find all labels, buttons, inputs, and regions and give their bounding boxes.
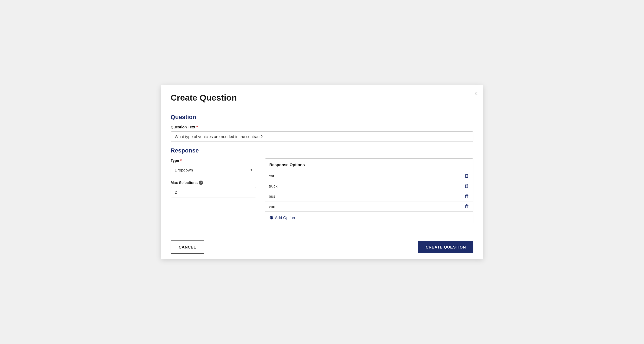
trash-icon: 🗑 — [465, 183, 469, 189]
table-row: 🗑 — [265, 191, 473, 201]
plus-icon: ⊕ — [269, 215, 273, 221]
response-row: Type * Dropdown Text Radio Checkbox ▼ — [171, 158, 473, 224]
response-options-header: Response Options — [265, 159, 473, 171]
modal-body: Question Question Text * Response Type * — [161, 107, 483, 235]
cancel-button[interactable]: CANCEL — [171, 240, 204, 254]
create-question-button[interactable]: CREATE QUESTION — [418, 241, 473, 253]
question-text-input[interactable] — [171, 131, 473, 142]
add-option-button[interactable]: ⊕ Add Option — [269, 215, 295, 221]
max-selections-input[interactable] — [171, 187, 256, 197]
add-option-row: ⊕ Add Option — [265, 212, 473, 224]
delete-option-truck-button[interactable]: 🗑 — [461, 181, 473, 191]
table-row: 🗑 — [265, 181, 473, 191]
option-input-van[interactable] — [265, 201, 461, 211]
type-select[interactable]: Dropdown Text Radio Checkbox — [171, 165, 256, 175]
required-indicator: * — [196, 125, 198, 129]
table-row: 🗑 — [265, 201, 473, 212]
delete-option-bus-button[interactable]: 🗑 — [461, 191, 473, 201]
type-required-indicator: * — [180, 158, 182, 163]
question-section-title: Question — [171, 114, 473, 121]
close-button[interactable]: × — [474, 91, 478, 97]
question-text-label: Question Text * — [171, 125, 473, 129]
response-options-container: Response Options 🗑 🗑 — [265, 158, 473, 224]
response-section: Response Type * Dropdown Text Radio Chec… — [171, 147, 473, 224]
option-input-bus[interactable] — [265, 191, 461, 201]
help-icon[interactable]: ? — [199, 181, 203, 185]
trash-icon: 🗑 — [465, 173, 469, 179]
left-column: Type * Dropdown Text Radio Checkbox ▼ — [171, 158, 256, 197]
option-input-truck[interactable] — [265, 181, 461, 191]
response-options-panel: Response Options 🗑 🗑 — [265, 158, 473, 224]
trash-icon: 🗑 — [465, 204, 469, 209]
question-section: Question Question Text * — [171, 114, 473, 142]
delete-option-van-button[interactable]: 🗑 — [461, 201, 473, 211]
max-selections-section: Max Selections ? — [171, 181, 256, 197]
trash-icon: 🗑 — [465, 193, 469, 199]
type-label: Type * — [171, 158, 256, 163]
delete-option-car-button[interactable]: 🗑 — [461, 171, 473, 181]
create-question-modal: Create Question × Question Question Text… — [161, 85, 483, 259]
modal-title: Create Question — [171, 93, 473, 103]
table-row: 🗑 — [265, 171, 473, 181]
modal-footer: CANCEL CREATE QUESTION — [161, 235, 483, 259]
type-select-wrapper: Dropdown Text Radio Checkbox ▼ — [171, 165, 256, 175]
response-section-title: Response — [171, 147, 473, 154]
modal-header: Create Question × — [161, 85, 483, 107]
option-input-car[interactable] — [265, 171, 461, 181]
max-selections-label: Max Selections ? — [171, 181, 256, 185]
